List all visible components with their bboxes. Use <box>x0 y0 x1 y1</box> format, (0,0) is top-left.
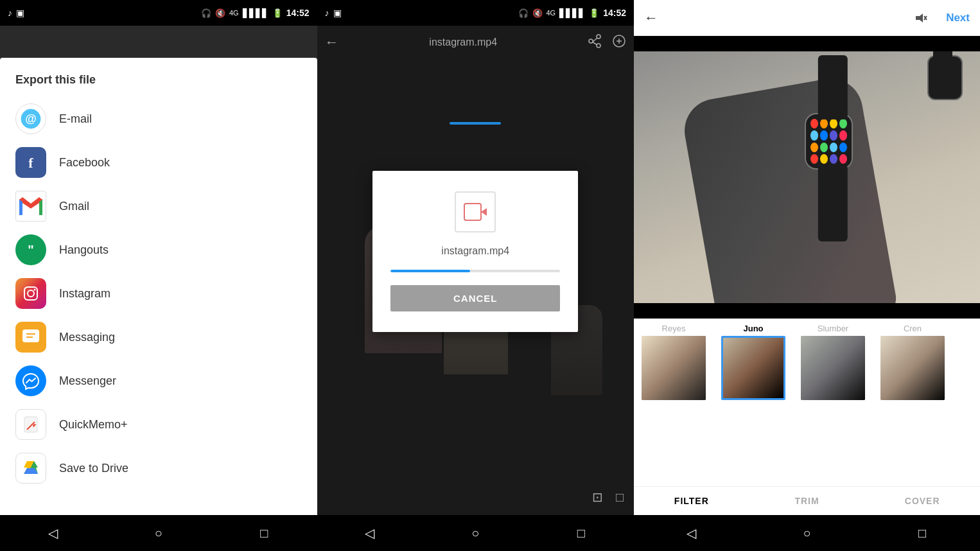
video-filename: instagram.mp4 <box>349 37 578 48</box>
comment-icon[interactable]: □ <box>616 490 624 505</box>
svg-point-6 <box>28 290 34 297</box>
status-bar-2: ♪ ▣ 🎧 🔇 4G ▋▋▋▋ 🔋 14:52 <box>317 0 634 26</box>
filter-juno-thumb <box>721 336 785 400</box>
svg-rect-21 <box>464 204 481 220</box>
editor-bottom-tabs: FILTER TRIM COVER <box>634 486 980 515</box>
mute-icon-2: 🔇 <box>532 8 543 18</box>
watch-scene <box>634 36 980 319</box>
quickmemo-icon <box>15 409 46 440</box>
dialog-overlay: instagram.mp4 CANCEL <box>317 59 634 443</box>
quickmemo-label: QuickMemo+ <box>59 418 128 432</box>
video-panel: ♪ ▣ 🎧 🔇 4G ▋▋▋▋ 🔋 14:52 ← instagram.mp4 <box>317 0 634 551</box>
email-label: E-mail <box>59 112 92 126</box>
photo-icon-2: ▣ <box>333 8 342 18</box>
mute-icon: 🔇 <box>215 8 225 18</box>
upload-progress-bar <box>390 270 560 272</box>
filter-reyes-label: Reyes <box>662 324 686 333</box>
battery-icon-2: 🔋 <box>589 8 599 18</box>
mute-toggle[interactable] <box>915 13 928 23</box>
filter-slumber-thumb <box>801 336 865 400</box>
back-button-2[interactable]: ◁ <box>354 518 385 548</box>
svg-point-13 <box>597 35 600 39</box>
email-icon: @ <box>15 103 46 134</box>
messenger-label: Messenger <box>59 374 116 388</box>
svg-rect-8 <box>22 329 39 342</box>
export-item-facebook[interactable]: f Facebook <box>0 141 317 184</box>
messenger-icon <box>15 365 46 396</box>
upload-dialog: instagram.mp4 CANCEL <box>372 171 578 332</box>
svg-point-14 <box>589 39 593 43</box>
facebook-icon: f <box>15 147 46 178</box>
export-item-messaging[interactable]: Messaging <box>0 315 317 359</box>
nav-bar-2: ◁ ○ □ <box>317 515 634 551</box>
svg-line-17 <box>593 42 597 44</box>
filter-juno-label: Juno <box>743 324 763 333</box>
music-icon: ♪ <box>8 8 12 18</box>
editor-back-button[interactable]: ← <box>644 10 658 26</box>
svg-marker-23 <box>916 13 923 22</box>
status-time-1: 14:52 <box>286 8 310 18</box>
export-panel: ♪ ▣ 🎧 🔇 4G ▋▋▋▋ 🔋 14:52 Export this file… <box>0 0 317 551</box>
cancel-upload-button[interactable]: CANCEL <box>390 285 560 311</box>
svg-marker-22 <box>481 208 487 216</box>
filter-strip: Reyes Juno Slumber Cren <box>634 319 980 403</box>
export-item-messenger[interactable]: Messenger <box>0 359 317 403</box>
filter-cren-label: Cren <box>904 324 922 333</box>
filter-juno[interactable]: Juno <box>713 324 793 400</box>
hangouts-icon: " <box>15 234 46 265</box>
headphone-icon: 🎧 <box>201 8 211 18</box>
filter-slumber[interactable]: Slumber <box>793 324 873 400</box>
battery-icon: 🔋 <box>272 8 283 18</box>
export-item-drive[interactable]: Save to Drive <box>0 446 317 490</box>
video-area: instagram.mp4 CANCEL <box>317 59 634 479</box>
svg-point-7 <box>34 289 36 291</box>
facebook-label: Facebook <box>59 156 110 170</box>
filter-cren-thumb <box>880 336 945 400</box>
music-icon-2: ♪ <box>325 8 329 18</box>
recents-button-1[interactable]: □ <box>249 518 279 548</box>
tab-trim[interactable]: TRIM <box>749 487 865 515</box>
back-button-1[interactable]: ◁ <box>37 518 68 548</box>
svg-point-15 <box>597 44 600 48</box>
recents-button-2[interactable]: □ <box>566 518 597 548</box>
export-item-quickmemo[interactable]: QuickMemo+ <box>0 403 317 446</box>
photo-icon: ▣ <box>16 8 24 18</box>
nav-bar-3: ◁ ○ □ <box>634 515 980 551</box>
export-item-instagram[interactable]: Instagram <box>0 272 317 315</box>
filter-cren[interactable]: Cren <box>873 324 952 400</box>
export-item-email[interactable]: @ E-mail <box>0 97 317 141</box>
svg-text:f: f <box>28 155 33 171</box>
recents-button-3[interactable]: □ <box>907 518 938 548</box>
filter-reyes[interactable]: Reyes <box>634 324 713 400</box>
svg-text:@: @ <box>25 112 37 125</box>
more-button[interactable] <box>612 34 626 51</box>
tab-filter[interactable]: FILTER <box>634 487 749 515</box>
next-button[interactable]: Next <box>946 12 970 24</box>
signal-bars-icon-2: ▋▋▋▋ <box>559 8 585 18</box>
hangouts-label: Hangouts <box>59 243 109 257</box>
home-button-1[interactable]: ○ <box>143 518 174 548</box>
video-bottom-bar: ⊡ □ <box>317 479 634 515</box>
export-item-hangouts[interactable]: " Hangouts <box>0 228 317 272</box>
signal-4g-icon: 4G <box>229 9 239 17</box>
home-button-3[interactable]: ○ <box>791 518 822 548</box>
messaging-icon <box>15 322 46 353</box>
nav-bar-1: ◁ ○ □ <box>0 515 317 551</box>
tab-cover[interactable]: COVER <box>864 487 980 515</box>
export-item-gmail[interactable]: Gmail <box>0 184 317 228</box>
gmail-icon <box>15 191 46 222</box>
video-preview <box>634 36 980 319</box>
status-time-2: 14:52 <box>603 8 626 18</box>
home-button-2[interactable]: ○ <box>460 518 491 548</box>
export-sheet: Export this file @ E-mail f Facebook <box>0 58 317 515</box>
external-link-icon[interactable]: ⊡ <box>592 489 603 505</box>
messaging-label: Messaging <box>59 331 115 344</box>
video-back-button[interactable]: ← <box>325 34 339 51</box>
svg-text:": " <box>28 243 33 257</box>
share-button[interactable] <box>588 34 602 51</box>
instagram-label: Instagram <box>59 287 110 301</box>
drive-label: Save to Drive <box>59 462 128 475</box>
signal-4g-icon-2: 4G <box>547 9 556 17</box>
back-button-3[interactable]: ◁ <box>676 518 707 548</box>
export-title: Export this file <box>0 71 317 97</box>
